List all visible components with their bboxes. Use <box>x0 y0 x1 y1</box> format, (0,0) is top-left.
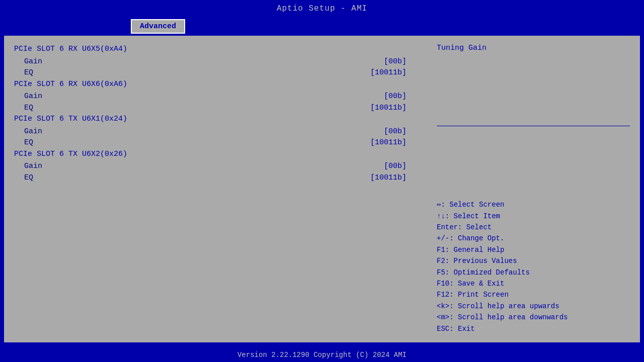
shortcuts-list: ⇔: Select Screen↑↓: Select ItemEnter: Se… <box>437 199 630 334</box>
item-row-0-1: EQ[10011b] <box>14 67 417 79</box>
item-value-0-0: [00b] <box>384 56 407 68</box>
item-value-1-1: [10011b] <box>370 103 407 114</box>
shortcut-line-11: ESC: Exit <box>437 323 630 334</box>
section-header-3: PCIe SLOT 6 TX U6X2(0x26) <box>14 149 417 160</box>
shortcut-line-1: ↑↓: Select Item <box>437 211 630 222</box>
item-value-0-1: [10011b] <box>370 67 407 79</box>
item-label-3-1: EQ <box>24 172 33 184</box>
item-row-2-0: Gain[00b] <box>14 126 417 138</box>
item-label-1-1: EQ <box>24 103 33 114</box>
item-label-1-0: Gain <box>24 91 42 103</box>
shortcut-line-3: +/-: Change Opt. <box>437 233 630 244</box>
header: Aptio Setup - AMI <box>0 0 644 17</box>
shortcut-line-9: <k>: Scroll help area upwards <box>437 301 630 312</box>
item-value-2-1: [10011b] <box>370 137 407 149</box>
footer-text: Version 2.22.1290 Copyright (C) 2024 AMI <box>237 351 407 359</box>
section-header-0: PCIe SLOT 6 RX U6X5(0xA4) <box>14 44 417 55</box>
shortcut-line-8: F12: Print Screen <box>437 289 630 300</box>
shortcut-line-2: Enter: Select <box>437 222 630 233</box>
right-panel: Tuning Gain ⇔: Select Screen↑↓: Select I… <box>427 36 640 342</box>
section-header-2: PCIe SLOT 6 TX U6X1(0x24) <box>14 114 417 125</box>
main-content: PCIe SLOT 6 RX U6X5(0xA4)Gain[00b]EQ[100… <box>4 36 640 342</box>
item-row-1-0: Gain[00b] <box>14 91 417 103</box>
left-panel: PCIe SLOT 6 RX U6X5(0xA4)Gain[00b]EQ[100… <box>4 36 427 342</box>
item-value-2-0: [00b] <box>384 126 407 138</box>
item-label-2-0: Gain <box>24 126 42 138</box>
item-label-0-1: EQ <box>24 67 33 79</box>
header-title: Aptio Setup - AMI <box>277 4 367 13</box>
shortcut-line-6: F5: Optimized Defaults <box>437 267 630 278</box>
shortcut-line-10: <m>: Scroll help area downwards <box>437 312 630 323</box>
tab-advanced[interactable]: Advanced <box>131 19 185 34</box>
item-value-3-1: [10011b] <box>370 172 407 184</box>
item-value-1-0: [00b] <box>384 91 407 103</box>
item-row-3-0: Gain[00b] <box>14 161 417 172</box>
footer: Version 2.22.1290 Copyright (C) 2024 AMI <box>0 348 644 362</box>
shortcut-line-4: F1: General Help <box>437 244 630 255</box>
shortcut-line-5: F2: Previous Values <box>437 255 630 266</box>
item-label-2-1: EQ <box>24 137 33 149</box>
shortcut-line-0: ⇔: Select Screen <box>437 199 630 210</box>
section-header-1: PCIe SLOT 6 RX U6X6(0xA6) <box>14 79 417 90</box>
item-label-3-0: Gain <box>24 161 42 172</box>
item-row-3-1: EQ[10011b] <box>14 172 417 184</box>
tab-bar: Advanced <box>0 17 644 34</box>
item-label-0-0: Gain <box>24 56 42 68</box>
help-title: Tuning Gain <box>437 44 630 52</box>
shortcut-line-7: F10: Save & Exit <box>437 278 630 289</box>
item-row-1-1: EQ[10011b] <box>14 103 417 114</box>
help-divider <box>437 126 630 126</box>
item-value-3-0: [00b] <box>384 161 407 172</box>
item-row-2-1: EQ[10011b] <box>14 137 417 149</box>
item-row-0-0: Gain[00b] <box>14 56 417 68</box>
